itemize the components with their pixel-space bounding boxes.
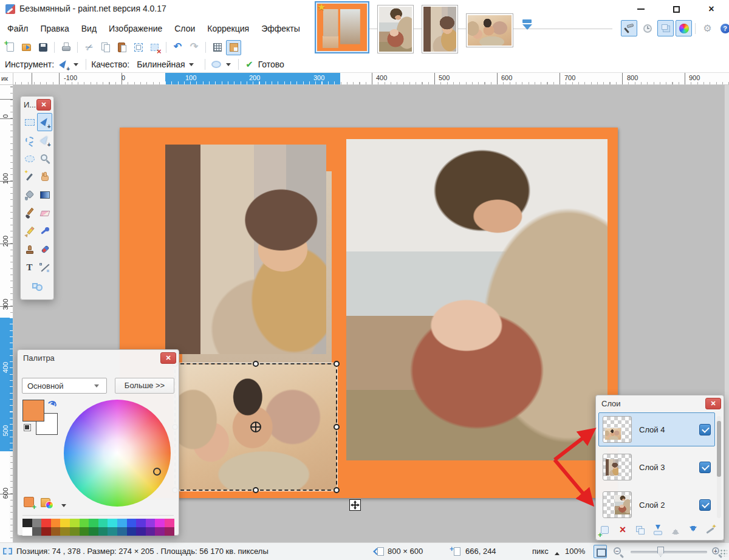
palette-swatch[interactable] [136,527,146,536]
shapes-tool-button[interactable] [22,277,52,295]
layer-row-layer-4[interactable]: Слой 4 [598,412,715,446]
image-thumbnail-beach-family[interactable] [377,5,414,53]
image-thumbnail-mother-daughter[interactable] [422,5,458,53]
palette-swatch[interactable] [165,519,174,527]
palette-swatch[interactable] [22,527,32,536]
selection-handle-e[interactable] [334,424,340,430]
pan-tool-button[interactable] [37,168,52,186]
selection-quality-caret[interactable] [226,63,231,69]
layer-visibility-checkbox[interactable] [699,424,711,435]
menu-view[interactable]: Вид [75,21,103,36]
zoom-out-button[interactable] [612,546,625,558]
palette-swatch[interactable] [32,519,42,527]
palette-swatch[interactable] [32,527,42,536]
zoom-tool-button[interactable] [37,149,52,168]
palette-library-caret[interactable] [61,504,66,510]
tools-window-button[interactable] [621,20,637,36]
move-selected-pixels-tool-button[interactable] [37,113,52,131]
unit-dropdown-caret[interactable] [555,550,560,555]
colors-window-button[interactable] [676,20,692,36]
palette-swatch[interactable] [108,527,117,536]
palette-swatch[interactable] [41,527,51,536]
add-color-to-palette-button[interactable] [22,496,36,509]
tool-dropdown-caret[interactable] [74,63,78,69]
finish-button[interactable]: Готово [258,60,284,69]
layers-window-close-button[interactable]: ✕ [705,398,721,409]
eraser-tool-button[interactable] [37,204,52,222]
palette-swatch[interactable] [117,519,127,527]
selection-handle-n[interactable] [253,361,259,367]
palette-swatch[interactable] [127,527,137,536]
quality-combobox[interactable]: Билинейная [133,57,199,72]
palette-swatch[interactable] [98,527,108,536]
lasso-select-tool-button[interactable] [22,131,37,149]
paint-bucket-tool-button[interactable] [22,186,37,204]
history-window-button[interactable] [639,20,655,36]
menu-image[interactable]: Изображение [103,21,168,36]
swap-colors-icon[interactable] [47,400,56,408]
layer-list-scrollbar[interactable] [717,416,721,518]
palette-swatch[interactable] [41,519,51,527]
palette-swatch[interactable] [70,519,80,527]
layers-window-button[interactable] [657,20,674,36]
redo-button[interactable] [187,40,202,55]
palette-swatch[interactable] [117,527,127,536]
image-thumbnail-couple-baby[interactable] [466,13,513,47]
image-thumbnail-collage[interactable]: ★ [315,1,369,53]
recolor-tool-button[interactable] [37,241,52,259]
zoom-slider-thumb[interactable] [657,547,664,557]
menu-adjustments[interactable]: Коррекция [201,21,255,36]
cut-button[interactable] [81,40,97,55]
layer-visibility-checkbox[interactable] [699,499,711,511]
settings-window-button[interactable] [699,20,715,36]
line-curve-tool-button[interactable] [37,259,52,277]
scrollbar-thumb[interactable] [717,421,721,477]
palette-swatch[interactable] [89,519,98,527]
palette-swatch[interactable] [22,519,32,527]
open-button[interactable] [19,40,34,55]
selection-handle-s[interactable] [253,487,259,493]
menu-effects[interactable]: Эффекты [255,21,306,36]
zoom-to-window-button[interactable] [594,545,607,558]
clone-stamp-tool-button[interactable] [22,241,37,259]
selection-center-rotate-handle[interactable] [250,422,261,432]
rulers-button[interactable] [226,40,241,55]
menu-file[interactable]: Файл [1,21,34,36]
primary-color-swatch[interactable] [22,400,44,422]
tools-window-close-button[interactable]: ✕ [36,99,51,111]
pixel-grid-button[interactable] [210,40,225,55]
palette-swatch[interactable] [127,519,137,527]
palette-swatch[interactable] [146,519,156,527]
delete-layer-button[interactable] [615,523,631,538]
menu-layers[interactable]: Слои [168,21,201,36]
paintbrush-tool-button[interactable] [22,204,37,222]
add-layer-button[interactable] [597,523,613,538]
palette-swatch[interactable] [98,519,108,527]
undo-button[interactable] [170,40,185,55]
resize-grip[interactable] [720,549,727,556]
move-layer-down-button[interactable] [685,523,701,538]
layers-window-titlebar[interactable]: Слои ✕ [596,395,724,411]
color-wheel[interactable] [64,400,171,507]
palette-swatch[interactable] [108,519,117,527]
new-image-button[interactable] [2,40,18,55]
palette-swatch[interactable] [155,527,165,536]
selection-handle-se[interactable] [334,487,340,493]
zoom-slider-track[interactable] [631,551,707,553]
current-tool-icon[interactable] [58,58,70,70]
layer-row-layer-3[interactable]: Слой 3 [598,450,715,484]
palette-swatch[interactable] [155,519,165,527]
selection-quality-icon[interactable] [210,58,222,70]
unit-dropdown[interactable]: пикс [532,547,549,556]
deselect-button[interactable] [147,40,162,55]
palette-library-button[interactable] [39,496,53,509]
crop-to-selection-button[interactable] [131,40,146,55]
palette-swatch[interactable] [51,519,61,527]
color-wheel-indicator[interactable] [153,468,161,476]
minimize-button[interactable] [623,0,659,18]
menu-edit[interactable]: Правка [34,21,75,36]
palette-swatch[interactable] [70,527,80,536]
palette-swatch[interactable] [80,527,89,536]
palette-window-titlebar[interactable]: Палитра ✕ [18,350,179,366]
gradient-tool-button[interactable] [37,186,52,204]
